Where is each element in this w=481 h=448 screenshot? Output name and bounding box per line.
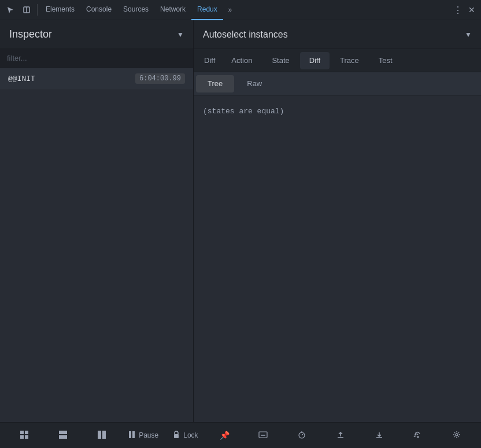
sub-tab-tree[interactable]: Tree bbox=[196, 75, 234, 92]
download-icon bbox=[375, 431, 383, 440]
svg-rect-13 bbox=[259, 432, 267, 438]
devtools-close-button[interactable]: ✕ bbox=[465, 3, 479, 17]
grid-large-button[interactable] bbox=[43, 426, 82, 445]
autoselect-section: Autoselect instances ▼ bbox=[194, 20, 481, 49]
tab-overflow[interactable]: » bbox=[223, 3, 237, 17]
svg-rect-7 bbox=[59, 435, 67, 439]
grid-small-button[interactable] bbox=[5, 426, 43, 445]
inspector-dropdown-arrow[interactable]: ▼ bbox=[177, 31, 184, 39]
inspect-icon[interactable] bbox=[18, 2, 35, 18]
bottom-toolbar: Pause Lock 📌 bbox=[0, 422, 481, 448]
lock-button[interactable]: Lock bbox=[165, 426, 205, 445]
svg-rect-11 bbox=[132, 431, 135, 438]
cursor-icon[interactable] bbox=[2, 2, 18, 18]
tab-separator bbox=[37, 4, 38, 16]
panel-content: (states are equal) bbox=[194, 95, 481, 422]
svg-rect-9 bbox=[102, 431, 106, 439]
upload-button[interactable] bbox=[321, 426, 360, 445]
action-list: @@INIT 6:04:00.99 bbox=[0, 68, 193, 422]
grid-large-icon bbox=[58, 430, 68, 441]
main-layout: Inspector ▼ Autoselect instances ▼ @@INI… bbox=[0, 20, 481, 448]
signal-button[interactable] bbox=[399, 426, 438, 445]
pin-button[interactable]: 📌 bbox=[205, 426, 244, 445]
svg-rect-8 bbox=[98, 431, 101, 439]
tab-sources[interactable]: Sources bbox=[117, 0, 154, 20]
settings-button[interactable] bbox=[438, 426, 476, 445]
tab-bar: Diff Action State Diff Trace Test bbox=[194, 49, 481, 72]
tab-elements[interactable]: Elements bbox=[40, 0, 80, 20]
svg-point-23 bbox=[417, 436, 419, 438]
pause-label: Pause bbox=[139, 431, 158, 439]
tab-action[interactable]: Action bbox=[222, 52, 261, 69]
diff-message: (states are equal) bbox=[203, 107, 284, 116]
right-panel: Diff Action State Diff Trace Test bbox=[194, 49, 481, 422]
tab-trace[interactable]: Trace bbox=[331, 52, 368, 69]
grid-split-button[interactable] bbox=[82, 426, 121, 445]
upload-icon bbox=[336, 431, 345, 440]
keyboard-icon bbox=[258, 431, 268, 440]
svg-rect-4 bbox=[20, 435, 24, 439]
tab-state[interactable]: State bbox=[262, 52, 298, 69]
content-area: @@INIT 6:04:00.99 Diff Action State Diff bbox=[0, 49, 481, 422]
svg-rect-3 bbox=[25, 431, 28, 434]
inspector-header: Inspector ▼ Autoselect instances ▼ bbox=[0, 20, 481, 49]
sub-tab-bar: Tree Raw bbox=[194, 72, 481, 95]
left-panel: @@INIT 6:04:00.99 bbox=[0, 49, 194, 422]
svg-rect-6 bbox=[59, 431, 67, 434]
settings-icon bbox=[453, 431, 461, 440]
pause-button[interactable]: Pause bbox=[121, 426, 165, 445]
timer-button[interactable] bbox=[283, 426, 321, 445]
svg-rect-2 bbox=[20, 431, 24, 434]
svg-rect-12 bbox=[174, 434, 179, 438]
list-item[interactable]: @@INIT 6:04:00.99 bbox=[0, 68, 193, 90]
tab-network[interactable]: Network bbox=[154, 0, 191, 20]
sub-tab-raw[interactable]: Raw bbox=[235, 75, 273, 92]
devtools-tabbar: Elements Console Sources Network Redux »… bbox=[0, 0, 481, 20]
pause-icon bbox=[128, 431, 136, 440]
svg-point-24 bbox=[456, 434, 458, 436]
tab-redux[interactable]: Redux bbox=[191, 0, 223, 20]
grid-small-icon bbox=[20, 430, 29, 441]
keyboard-button[interactable] bbox=[244, 426, 283, 445]
grid-split-icon bbox=[97, 430, 106, 441]
svg-rect-10 bbox=[129, 431, 131, 438]
autoselect-title: Autoselect instances bbox=[203, 29, 465, 40]
timer-icon bbox=[298, 431, 306, 440]
autoselect-dropdown-arrow[interactable]: ▼ bbox=[465, 31, 472, 39]
inspector-title: Inspector bbox=[9, 28, 177, 40]
download-button[interactable] bbox=[360, 426, 399, 445]
tab-test[interactable]: Test bbox=[369, 52, 402, 69]
svg-rect-5 bbox=[25, 435, 28, 439]
devtools-menu-button[interactable]: ⋮ bbox=[451, 3, 465, 17]
tab-console[interactable]: Console bbox=[80, 0, 117, 20]
action-name: @@INIT bbox=[8, 75, 35, 83]
pin-icon: 📌 bbox=[220, 431, 230, 440]
tab-diff[interactable]: Diff bbox=[300, 52, 330, 69]
svg-line-20 bbox=[302, 434, 303, 435]
filter-input[interactable] bbox=[0, 49, 193, 68]
tab-diff-label[interactable]: Diff bbox=[198, 53, 221, 68]
signal-icon bbox=[413, 431, 423, 440]
action-time: 6:04:00.99 bbox=[135, 73, 185, 84]
lock-icon bbox=[172, 431, 180, 440]
inspector-title-section: Inspector ▼ bbox=[0, 20, 194, 49]
lock-label: Lock bbox=[183, 431, 198, 439]
